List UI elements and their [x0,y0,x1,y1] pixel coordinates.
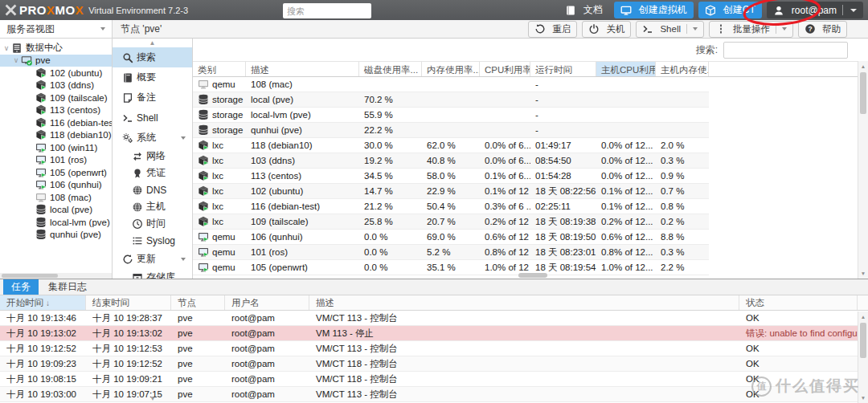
content-vertical-scrollbar[interactable]: ▲ ▼ [858,61,868,279]
column-header-type[interactable]: 类别 [193,62,246,76]
menu-item-dns[interactable]: DNS [113,181,192,198]
menu-item-search[interactable]: 搜索 [113,47,192,67]
menu-item-updates[interactable]: 更新 [113,249,192,269]
task-column-header-end[interactable]: 结束时间 [86,295,171,310]
scroll-up-icon[interactable]: ▲ [858,314,868,320]
global-search-input[interactable] [283,3,371,18]
tree-item-118-debian10[interactable]: 118 (debian10) [0,129,112,142]
menu-item-system[interactable]: 系统 [113,128,192,148]
table-search-input[interactable] [723,42,848,59]
cell-disk-value: 0.0 % [364,247,387,257]
cell-uptime-value: 18 天 08:19:54 [535,262,596,274]
column-header-desc[interactable]: 描述 [246,62,359,76]
resource-row-local-pve[interactable]: storagelocal (pve)70.2 %- [193,92,709,108]
restart-button[interactable]: 重启 [528,21,577,38]
task-column-header-start[interactable]: 开始时间↓ [0,295,86,310]
menu-item-shell[interactable]: Shell [113,108,192,128]
tasks-vertical-scrollbar[interactable]: ▲ ▼ [858,311,868,403]
resource-row-116-debian-test[interactable]: lxc116 (debian-test)21.2 %50.4 %0.3% of … [193,199,709,214]
cell-hostmem-value: 0.7 % [661,186,684,196]
task-cell-end: 十月 10 19:28:37 [86,312,171,324]
task-row[interactable]: 十月 10 19:09:23十月 10 19:12:52pveroot@pamV… [0,356,868,372]
tree-item-102-ubuntu[interactable]: 102 (ubuntu) [0,67,112,79]
tree-item-local-lvm-pve[interactable]: local-lvm (pve) [0,216,112,229]
resource-row-103-ddns[interactable]: lxc103 (ddns)19.2 %40.8 %0.0% of 6...08:… [193,153,709,169]
menu-item-summary[interactable]: 概要 [113,67,192,88]
task-row[interactable]: 十月 10 19:12:52十月 10 19:12:53pveroot@pamV… [0,341,868,356]
resource-row-105-openwrt[interactable]: qemu105 (openwrt)0.0 %35.1 %1.0% of 12 .… [193,260,709,275]
shutdown-button[interactable]: 关机 [582,21,631,38]
tree-item-101-ros[interactable]: 101 (ros) [0,154,112,167]
task-column-header-user[interactable]: 用户名 [225,295,309,310]
menu-item-time[interactable]: 时间 [113,215,192,232]
user-menu-button[interactable]: root@pam [767,2,863,18]
cell-hostmem: 0.9 % [656,171,709,181]
menu-item-notes[interactable]: 备注 [113,88,192,108]
column-header-hostcpu[interactable]: 主机CPU利用率 [596,62,656,76]
tree-item-datacenter[interactable]: ∨数据中心 [0,42,112,55]
scrollbar-thumb[interactable] [860,323,866,358]
bulk-actions-button[interactable]: 批量操作 [709,21,793,38]
menu-item-syslog[interactable]: Syslog [113,232,192,249]
tree-horizontal-scrollbar[interactable] [0,273,113,279]
tree-item-105-openwrt[interactable]: 105 (openwrt) [0,166,112,179]
expand-caret-icon[interactable]: ∨ [2,44,11,52]
shell-button[interactable]: Shell [636,21,704,38]
task-column-header-status[interactable]: 状态 [739,295,858,310]
task-column-header-desc[interactable]: 描述 [309,295,739,310]
content-horizontal-scrollbar-thumb[interactable] [518,273,547,278]
task-column-header-node[interactable]: 节点 [171,295,225,310]
tab-tasks[interactable]: 任务 [3,279,39,295]
tree-item-109-tailscale[interactable]: 109 (tailscale) [0,92,112,104]
tree-item-local-pve[interactable]: local (pve) [0,204,112,217]
scrollbar-thumb[interactable] [860,72,866,114]
scroll-down-icon[interactable]: ▼ [113,395,193,402]
task-row[interactable]: 十月 10 19:08:15十月 10 19:09:21pveroot@pamV… [0,372,868,387]
column-header-disk[interactable]: 磁盘使用率... [359,62,422,76]
tree-item-113-centos[interactable]: 113 (centos) [0,104,112,117]
tree-item-108-mac[interactable]: 108 (mac) [0,191,112,204]
menu-item-hosts[interactable]: 主机 [113,198,192,215]
expand-caret-icon[interactable]: ∨ [11,56,21,64]
column-header-cpu[interactable]: CPU利用率 [480,62,530,76]
create-vm-button[interactable]: 创建虚拟机 [614,2,694,18]
resource-row-106-qunhui[interactable]: qemu106 (qunhui)0.0 %69.0 %0.6% of 12 ..… [193,230,709,245]
help-button[interactable]: ?帮助 [798,21,847,38]
resource-row-118-debian10[interactable]: lxc118 (debian10)30.0 %62.0 %0.0% of 6..… [193,138,709,153]
scroll-up-icon[interactable]: ▲ [113,39,192,47]
menu-item-network[interactable]: 网络 [113,148,192,165]
tree-item-pve[interactable]: ∨pve [0,55,112,67]
tree-item-qunhui-pve[interactable]: qunhui (pve) [0,229,112,242]
resource-row-108-mac[interactable]: qemu108 (mac)- [193,77,709,92]
tree-item-103-ddns[interactable]: 103 (ddns) [0,79,112,92]
documentation-button[interactable]: 文档 [559,2,609,18]
column-header-hostmem[interactable]: 主机内存使... [656,62,709,76]
resource-row-local-lvm-pve[interactable]: storagelocal-lvm (pve)55.9 %- [193,108,709,123]
tree-item-106-qunhui[interactable]: 106 (qunhui) [0,179,112,192]
resource-row-109-tailscale[interactable]: lxc109 (tailscale)25.8 %20.7 %0.2% of 12… [193,214,709,230]
task-row[interactable]: 十月 10 19:13:02十月 10 19:13:02pveroot@pamV… [0,326,868,341]
resource-row-101-ros[interactable]: qemu101 (ros)0.0 %5.2 %0.8% of 12 ...18 … [193,245,709,260]
button-separator [776,24,776,34]
tree-item-116-debian-test[interactable]: 116 (debian-test) [0,116,112,129]
menu-item-certificates[interactable]: 凭证 [113,165,192,181]
column-header-mem[interactable]: 内存使用率... [422,62,480,76]
resource-row-qunhui-pve[interactable]: storagequnhui (pve)22.2 %- [193,123,709,138]
tab-cluster-log[interactable]: 集群日志 [40,279,95,295]
cell-mem-value: 35.1 % [427,263,456,272]
task-cell-node: pve [171,328,225,338]
tree-item-100-win11[interactable]: 100 (win11) [0,141,112,154]
menu-item-label: Syslog [146,235,175,246]
view-selector[interactable]: 服务器视图 [0,20,113,39]
menu-item-repositories[interactable]: 存储库 [113,269,192,279]
resource-row-113-centos[interactable]: lxc113 (centos)34.5 %58.0 %0.1% of 6...0… [193,169,709,184]
resource-row-102-ubuntu[interactable]: lxc102 (ubuntu)14.7 %22.9 %0.1% of 12 ..… [193,184,709,199]
scroll-down-icon[interactable]: ▼ [858,395,868,401]
create-ct-button[interactable]: 创建CT [698,2,762,18]
task-cell-node: pve [171,313,225,323]
column-header-uptime[interactable]: 运行时间 [530,62,596,76]
scroll-up-icon[interactable]: ▲ [858,63,868,69]
scroll-down-icon[interactable]: ▼ [858,271,868,276]
task-row[interactable]: 十月 10 19:13:46十月 10 19:28:37pveroot@pamV… [0,311,868,326]
scrollbar-thumb[interactable] [2,274,58,278]
